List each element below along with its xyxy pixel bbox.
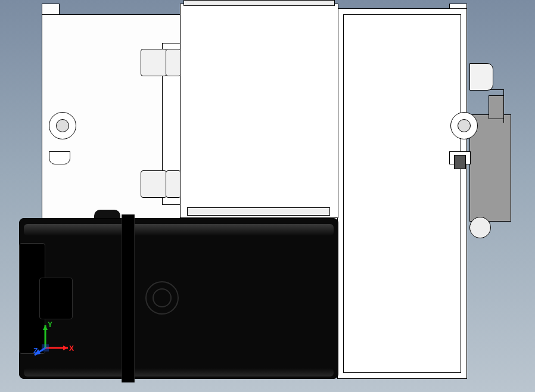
cad-viewport[interactable]: X Y Z: [0, 0, 535, 392]
connector-port: [469, 63, 493, 91]
motor-boss-inner: [153, 288, 172, 307]
motor-highlight-bottom: [24, 368, 334, 377]
right-column-inner: [343, 14, 461, 373]
cover-lip-bottom: [187, 207, 330, 216]
slot-right-key: [454, 155, 466, 169]
front-cover-plate: [180, 4, 338, 218]
standoff-top-a: [141, 49, 167, 76]
fastener-right-inner: [458, 119, 471, 132]
motor-highlight-top: [24, 224, 334, 236]
standoff-bottom-a: [141, 170, 167, 198]
standoff-top-b: [166, 49, 181, 76]
fastener-left-inner: [56, 119, 69, 132]
motor-clamp-band: [122, 214, 135, 382]
motor-terminal-box: [39, 278, 73, 319]
bracket-hook: [484, 89, 504, 123]
slot-left: [49, 151, 70, 164]
cover-lip-top: [183, 0, 335, 6]
standoff-bottom-b: [166, 170, 181, 198]
round-boss-right: [469, 217, 491, 238]
